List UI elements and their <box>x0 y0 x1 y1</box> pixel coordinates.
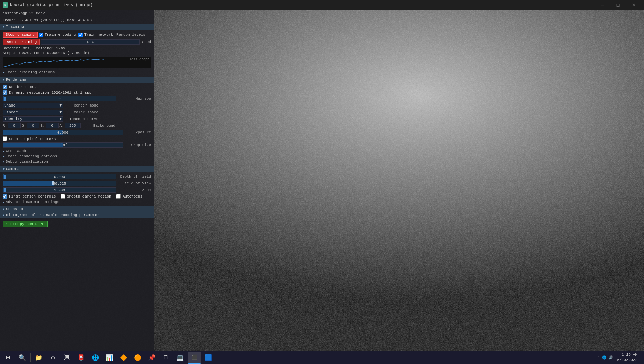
exposure-value: 0.000 <box>3 130 123 135</box>
app-icon: ▣ <box>3 2 8 8</box>
render-mode-row: Shade ▼ Render mode <box>0 102 154 109</box>
training-content: Stop training Train encoding Train netwo… <box>0 30 154 77</box>
titlebar-controls: ─ □ ✕ <box>595 0 641 10</box>
tonemap-select[interactable]: Identity ▼ <box>3 116 63 122</box>
train-encoding-checkbox[interactable] <box>39 33 43 37</box>
tonemap-label: Tonemap curve <box>65 117 98 121</box>
histograms-arrow: ▶ <box>3 213 5 217</box>
training-label: Training <box>6 25 24 29</box>
snap-checkbox[interactable] <box>3 136 7 141</box>
reset-training-button[interactable]: Reset training <box>3 39 40 45</box>
taskbar-mail[interactable]: 📮 <box>74 352 88 364</box>
rendering-arrow: ▼ <box>3 78 5 82</box>
first-person-label: First person controls <box>9 194 56 199</box>
camera-section-header[interactable]: ▼ Camera <box>0 166 154 172</box>
taskbar-photos[interactable]: 🖼 <box>60 352 74 364</box>
bg-r-input[interactable]: 0 <box>8 123 21 128</box>
frame-info: Frame: 35.461 ms (28.2 FPS); Mem: 434 MB <box>0 17 154 24</box>
exposure-slider[interactable]: 0.000 <box>3 130 123 135</box>
background-row: R: 0 G: 0 B: 0 A: 255 Background <box>0 122 154 129</box>
image-training-label: Image training options <box>6 70 55 74</box>
clock-date: 5/13/2022 <box>617 358 637 363</box>
debug-visualization[interactable]: ▶ Debug visualization <box>0 159 154 164</box>
taskbar-app5[interactable]: 🗒 <box>159 352 173 364</box>
crop-size-slider[interactable]: -inf <box>3 142 123 148</box>
taskbar-app3[interactable]: 🟠 <box>131 352 144 364</box>
system-tray: ⌃ 🌐 🔊 <box>595 355 616 360</box>
frame-stats: Frame: 35.461 ms (28.2 FPS); Mem: 434 MB <box>3 18 92 22</box>
tonemap-row: Identity ▼ Tonemap curve <box>0 116 154 122</box>
python-repl-button[interactable]: Go to python REPL <box>3 221 48 228</box>
camera-arrow: ▼ <box>3 167 5 171</box>
snapshot-label: Snapshot <box>6 207 24 211</box>
taskbar-ngp-active[interactable]: ⬛ <box>188 352 201 364</box>
dynamic-res-checkbox[interactable] <box>3 90 7 95</box>
histograms-section-header[interactable]: ▶ Histograms of trainable encoding param… <box>0 212 154 218</box>
max-spp-slider[interactable]: 0 <box>3 96 116 101</box>
close-button[interactable]: ✕ <box>626 0 641 10</box>
color-space-select[interactable]: Linear ▼ <box>3 110 63 115</box>
taskbar-firefox[interactable]: 🌐 <box>89 352 102 364</box>
bg-b-item: B: 0 <box>40 123 58 128</box>
image-rendering-options[interactable]: ▶ Image rendering options <box>0 154 154 159</box>
seed-input[interactable]: 1337 <box>41 39 140 45</box>
bg-b-label: B: <box>40 124 45 128</box>
show-desktop[interactable] <box>639 353 640 363</box>
rendering-section-header[interactable]: ▼ Rendering <box>0 77 154 83</box>
reset-seed-row: Reset training 1337 Seed <box>0 38 154 46</box>
rendering-content: Render : 1ms Dynamic resolution 1920x106… <box>0 83 154 166</box>
datagen-info: Datagen: 0ms, Training: 32ms <box>0 46 154 51</box>
bg-r-item: R: 0 <box>3 123 21 128</box>
crop-size-row: -inf Crop size <box>0 142 154 148</box>
training-section-header[interactable]: ▼ Training <box>0 24 154 30</box>
dof-slider[interactable]: 0.000 <box>3 174 116 179</box>
snapshot-section-header[interactable]: ▶ Snapshot <box>0 206 154 212</box>
stop-training-button[interactable]: Stop training <box>3 32 38 38</box>
taskbar-settings[interactable]: ⚙ <box>46 352 60 364</box>
maximize-button[interactable]: □ <box>610 0 626 10</box>
dof-row: 0.000 Depth of field <box>0 173 154 180</box>
search-button[interactable]: 🔍 <box>15 352 29 364</box>
bg-g-item: G: 0 <box>22 123 39 128</box>
taskbar-file-explorer[interactable]: 📁 <box>32 352 45 364</box>
bg-r-label: R: <box>3 124 7 128</box>
tray-network: 🌐 <box>602 355 607 360</box>
minimize-button[interactable]: ─ <box>595 0 610 10</box>
advanced-camera-settings[interactable]: ▶ Advanced camera settings <box>0 199 154 205</box>
image-training-options[interactable]: ▶ Image training options <box>0 70 154 75</box>
start-button[interactable]: ⊞ <box>1 352 15 364</box>
fov-slider[interactable]: 59.625 <box>3 181 116 186</box>
render-label: Render : 1ms <box>9 85 36 89</box>
clock[interactable]: 1:15 AM 5/13/2022 <box>617 352 637 363</box>
crop-aabb[interactable]: ▶ Crop aabb <box>0 148 154 154</box>
taskbar-app7[interactable]: 🟦 <box>202 352 215 364</box>
render-checkbox[interactable] <box>3 85 7 89</box>
autofocus-checkbox[interactable] <box>116 194 121 199</box>
smooth-camera-checkbox[interactable] <box>61 194 65 199</box>
zoom-slider[interactable]: 1.000 <box>3 187 116 193</box>
dynamic-res-row: Dynamic resolution 1920x1061 at 1 spp <box>0 90 154 95</box>
taskbar-app2[interactable]: 🔶 <box>117 352 130 364</box>
fov-label: Field of view <box>117 181 151 185</box>
bg-b-input[interactable]: 0 <box>46 123 59 128</box>
autofocus-label: Autofocus <box>123 194 142 199</box>
render-mode-select[interactable]: Shade ▼ <box>3 103 63 108</box>
bg-a-input[interactable]: 255 <box>65 123 81 128</box>
dof-value: 0.000 <box>3 174 116 180</box>
taskbar-app6[interactable]: 💻 <box>173 352 187 364</box>
train-network-checkbox[interactable] <box>78 33 83 37</box>
max-spp-value: 0 <box>3 96 116 102</box>
camera-content: 0.000 Depth of field 59.625 Field of vie… <box>0 172 154 206</box>
zoom-label: Zoom <box>117 188 151 192</box>
first-person-checkbox[interactable] <box>3 194 7 199</box>
taskbar-app1[interactable]: 📊 <box>103 352 116 364</box>
bg-a-item: A: 255 <box>60 123 81 128</box>
steps-info: Steps: 13520, Loss: 0.000016 (47.89 dB) <box>0 51 154 55</box>
taskbar-app4[interactable]: 📌 <box>145 352 159 364</box>
camera-controls-row: First person controls Smooth camera moti… <box>0 193 154 199</box>
tray-volume[interactable]: 🔊 <box>609 355 613 360</box>
bg-g-input[interactable]: 0 <box>27 123 39 128</box>
snap-row: Snap to pixel centers <box>0 136 154 142</box>
histograms-label: Histograms of trainable encoding paramet… <box>6 213 102 217</box>
tray-chevron[interactable]: ⌃ <box>598 356 600 360</box>
